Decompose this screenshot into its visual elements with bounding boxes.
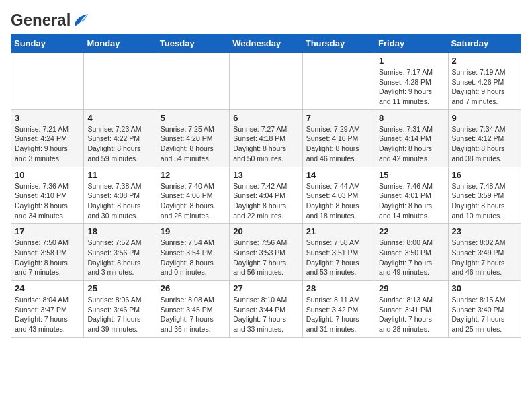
calendar-cell	[84, 53, 157, 110]
day-number: 25	[87, 283, 152, 293]
calendar-cell: 8Sunrise: 7:31 AM Sunset: 4:14 PM Daylig…	[375, 109, 448, 167]
day-number: 5	[161, 113, 226, 123]
day-detail: Sunrise: 7:44 AM Sunset: 4:03 PM Dayligh…	[306, 181, 371, 221]
day-number: 1	[379, 56, 444, 66]
calendar-week-2: 3Sunrise: 7:21 AM Sunset: 4:24 PM Daylig…	[11, 109, 521, 167]
calendar-cell: 13Sunrise: 7:42 AM Sunset: 4:04 PM Dayli…	[230, 167, 302, 224]
day-detail: Sunrise: 7:27 AM Sunset: 4:18 PM Dayligh…	[233, 124, 298, 164]
header-monday: Monday	[84, 34, 157, 53]
day-number: 16	[452, 170, 517, 180]
day-number: 8	[379, 113, 444, 123]
calendar-cell: 11Sunrise: 7:38 AM Sunset: 4:08 PM Dayli…	[84, 167, 157, 224]
calendar-cell: 3Sunrise: 7:21 AM Sunset: 4:24 PM Daylig…	[11, 109, 84, 167]
day-detail: Sunrise: 7:48 AM Sunset: 3:59 PM Dayligh…	[452, 181, 517, 221]
logo-bird-icon	[73, 14, 88, 26]
day-number: 28	[306, 283, 371, 293]
day-number: 4	[87, 113, 152, 123]
day-number: 20	[233, 226, 298, 236]
calendar-cell: 19Sunrise: 7:54 AM Sunset: 3:54 PM Dayli…	[157, 224, 229, 281]
day-detail: Sunrise: 7:19 AM Sunset: 4:26 PM Dayligh…	[452, 67, 517, 107]
day-detail: Sunrise: 8:10 AM Sunset: 3:44 PM Dayligh…	[233, 295, 298, 334]
day-detail: Sunrise: 7:46 AM Sunset: 4:01 PM Dayligh…	[379, 181, 444, 221]
day-detail: Sunrise: 8:15 AM Sunset: 3:40 PM Dayligh…	[452, 295, 517, 334]
calendar-cell: 17Sunrise: 7:50 AM Sunset: 3:58 PM Dayli…	[11, 224, 84, 281]
day-number: 2	[452, 56, 517, 66]
day-number: 17	[15, 226, 80, 236]
day-detail: Sunrise: 8:13 AM Sunset: 3:41 PM Dayligh…	[379, 295, 444, 334]
header-wednesday: Wednesday	[230, 34, 302, 53]
calendar-week-1: 1Sunrise: 7:17 AM Sunset: 4:28 PM Daylig…	[11, 53, 521, 110]
calendar-cell: 7Sunrise: 7:29 AM Sunset: 4:16 PM Daylig…	[302, 109, 375, 167]
calendar: SundayMondayTuesdayWednesdayThursdayFrid…	[11, 34, 521, 338]
day-number: 3	[15, 113, 80, 123]
day-detail: Sunrise: 8:00 AM Sunset: 3:50 PM Dayligh…	[379, 238, 444, 277]
header: General	[11, 11, 521, 26]
day-number: 9	[452, 113, 517, 123]
calendar-cell: 2Sunrise: 7:19 AM Sunset: 4:26 PM Daylig…	[448, 53, 521, 110]
day-number: 14	[306, 170, 371, 180]
calendar-cell: 23Sunrise: 8:02 AM Sunset: 3:49 PM Dayli…	[448, 224, 521, 281]
day-detail: Sunrise: 8:04 AM Sunset: 3:47 PM Dayligh…	[15, 295, 80, 334]
calendar-header-row: SundayMondayTuesdayWednesdayThursdayFrid…	[11, 34, 521, 53]
day-detail: Sunrise: 7:34 AM Sunset: 4:12 PM Dayligh…	[452, 124, 517, 164]
calendar-cell	[230, 53, 302, 110]
day-detail: Sunrise: 7:21 AM Sunset: 4:24 PM Dayligh…	[15, 124, 80, 164]
logo-general: General	[11, 11, 71, 29]
header-saturday: Saturday	[448, 34, 521, 53]
day-detail: Sunrise: 7:23 AM Sunset: 4:22 PM Dayligh…	[87, 124, 152, 164]
calendar-week-4: 17Sunrise: 7:50 AM Sunset: 3:58 PM Dayli…	[11, 224, 521, 281]
day-number: 26	[161, 283, 226, 293]
calendar-cell: 26Sunrise: 8:08 AM Sunset: 3:45 PM Dayli…	[157, 281, 229, 338]
calendar-cell: 24Sunrise: 8:04 AM Sunset: 3:47 PM Dayli…	[11, 281, 84, 338]
header-friday: Friday	[375, 34, 448, 53]
calendar-week-5: 24Sunrise: 8:04 AM Sunset: 3:47 PM Dayli…	[11, 281, 521, 338]
calendar-cell: 22Sunrise: 8:00 AM Sunset: 3:50 PM Dayli…	[375, 224, 448, 281]
day-number: 21	[306, 226, 371, 236]
calendar-cell: 29Sunrise: 8:13 AM Sunset: 3:41 PM Dayli…	[375, 281, 448, 338]
day-detail: Sunrise: 7:36 AM Sunset: 4:10 PM Dayligh…	[15, 181, 80, 221]
day-detail: Sunrise: 7:17 AM Sunset: 4:28 PM Dayligh…	[379, 67, 444, 107]
day-detail: Sunrise: 7:52 AM Sunset: 3:56 PM Dayligh…	[87, 238, 152, 277]
header-tuesday: Tuesday	[157, 34, 229, 53]
header-sunday: Sunday	[11, 34, 84, 53]
calendar-cell	[302, 53, 375, 110]
day-number: 18	[87, 226, 152, 236]
calendar-cell	[11, 53, 84, 110]
calendar-cell: 25Sunrise: 8:06 AM Sunset: 3:46 PM Dayli…	[84, 281, 157, 338]
calendar-cell: 5Sunrise: 7:25 AM Sunset: 4:20 PM Daylig…	[157, 109, 229, 167]
day-detail: Sunrise: 7:38 AM Sunset: 4:08 PM Dayligh…	[87, 181, 152, 221]
calendar-cell	[157, 53, 229, 110]
day-detail: Sunrise: 7:29 AM Sunset: 4:16 PM Dayligh…	[306, 124, 371, 164]
calendar-cell: 6Sunrise: 7:27 AM Sunset: 4:18 PM Daylig…	[230, 109, 302, 167]
day-number: 30	[452, 283, 517, 293]
calendar-cell: 21Sunrise: 7:58 AM Sunset: 3:51 PM Dayli…	[302, 224, 375, 281]
calendar-cell: 12Sunrise: 7:40 AM Sunset: 4:06 PM Dayli…	[157, 167, 229, 224]
day-detail: Sunrise: 8:02 AM Sunset: 3:49 PM Dayligh…	[452, 238, 517, 277]
day-detail: Sunrise: 7:25 AM Sunset: 4:20 PM Dayligh…	[161, 124, 226, 164]
logo: General	[11, 11, 88, 26]
day-detail: Sunrise: 8:08 AM Sunset: 3:45 PM Dayligh…	[161, 295, 226, 334]
calendar-week-3: 10Sunrise: 7:36 AM Sunset: 4:10 PM Dayli…	[11, 167, 521, 224]
day-detail: Sunrise: 7:40 AM Sunset: 4:06 PM Dayligh…	[161, 181, 226, 221]
day-detail: Sunrise: 7:54 AM Sunset: 3:54 PM Dayligh…	[161, 238, 226, 277]
day-detail: Sunrise: 8:06 AM Sunset: 3:46 PM Dayligh…	[87, 295, 152, 334]
header-thursday: Thursday	[302, 34, 375, 53]
day-number: 29	[379, 283, 444, 293]
day-number: 24	[15, 283, 80, 293]
day-detail: Sunrise: 7:42 AM Sunset: 4:04 PM Dayligh…	[233, 181, 298, 221]
calendar-cell: 9Sunrise: 7:34 AM Sunset: 4:12 PM Daylig…	[448, 109, 521, 167]
day-number: 22	[379, 226, 444, 236]
day-number: 12	[161, 170, 226, 180]
calendar-cell: 28Sunrise: 8:11 AM Sunset: 3:42 PM Dayli…	[302, 281, 375, 338]
calendar-cell: 20Sunrise: 7:56 AM Sunset: 3:53 PM Dayli…	[230, 224, 302, 281]
day-detail: Sunrise: 8:11 AM Sunset: 3:42 PM Dayligh…	[306, 295, 371, 334]
day-number: 15	[379, 170, 444, 180]
day-number: 10	[15, 170, 80, 180]
day-detail: Sunrise: 7:31 AM Sunset: 4:14 PM Dayligh…	[379, 124, 444, 164]
calendar-cell: 27Sunrise: 8:10 AM Sunset: 3:44 PM Dayli…	[230, 281, 302, 338]
day-number: 27	[233, 283, 298, 293]
day-number: 23	[452, 226, 517, 236]
calendar-cell: 1Sunrise: 7:17 AM Sunset: 4:28 PM Daylig…	[375, 53, 448, 110]
day-number: 6	[233, 113, 298, 123]
calendar-cell: 4Sunrise: 7:23 AM Sunset: 4:22 PM Daylig…	[84, 109, 157, 167]
